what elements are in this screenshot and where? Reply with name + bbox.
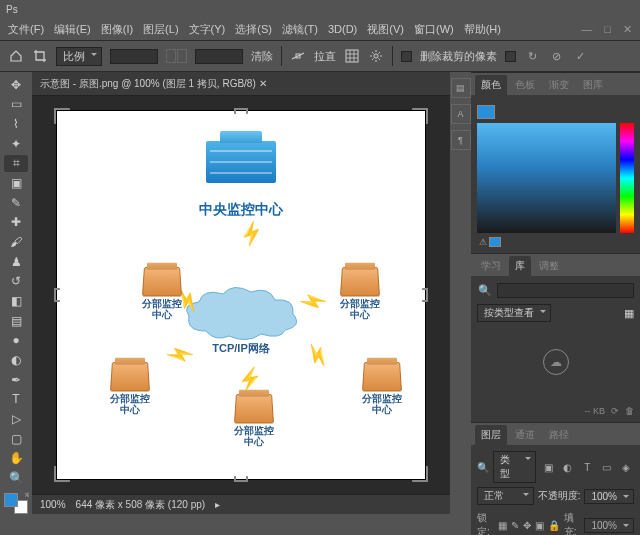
ratio-height-input[interactable] <box>195 49 243 64</box>
path-tool[interactable]: ▷ <box>4 410 28 428</box>
lasso-tool[interactable]: ⌇ <box>4 115 28 133</box>
tab-color[interactable]: 颜色 <box>475 75 507 95</box>
tab-gradient[interactable]: 渐变 <box>543 75 575 95</box>
hue-slider[interactable] <box>620 123 634 233</box>
crop-tool[interactable]: ⌗ <box>4 155 28 173</box>
straighten-icon[interactable] <box>290 48 306 64</box>
eyedropper-tool[interactable]: ✎ <box>4 194 28 212</box>
blur-tool[interactable]: ● <box>4 332 28 350</box>
menu-image[interactable]: 图像(I) <box>101 22 133 37</box>
delete-pixels-checkbox[interactable] <box>401 51 412 62</box>
history-brush-tool[interactable]: ↺ <box>4 273 28 291</box>
menu-file[interactable]: 文件(F) <box>8 22 44 37</box>
document-canvas[interactable]: 中央监控中心 TCP/IP网络 ⚡ ⚡ ⚡ ⚡ ⚡ ⚡ 分部监控 中心 分部监控… <box>56 110 426 480</box>
menu-type[interactable]: 文字(Y) <box>189 22 226 37</box>
library-search-input[interactable] <box>497 283 634 298</box>
commit-icon[interactable]: ✓ <box>572 48 588 64</box>
trash-icon[interactable]: 🗑 <box>625 406 634 416</box>
crop-handle[interactable] <box>234 476 248 482</box>
canvas-area[interactable]: 中央监控中心 TCP/IP网络 ⚡ ⚡ ⚡ ⚡ ⚡ ⚡ 分部监控 中心 分部监控… <box>32 96 450 494</box>
filter-image-icon[interactable]: ▣ <box>540 459 556 475</box>
lock-artboard-icon[interactable]: ▣ <box>535 520 544 531</box>
sync-icon[interactable]: ⟳ <box>611 406 619 416</box>
lock-position-icon[interactable]: ✥ <box>523 520 531 531</box>
foreground-color-swatch[interactable] <box>477 105 495 119</box>
crop-tool-icon[interactable] <box>32 48 48 64</box>
filter-adjust-icon[interactable]: ◐ <box>560 459 576 475</box>
cancel-icon[interactable]: ⊘ <box>548 48 564 64</box>
gradient-tool[interactable]: ▤ <box>4 312 28 330</box>
window-maximize-button[interactable]: □ <box>604 23 611 36</box>
stamp-tool[interactable]: ♟ <box>4 253 28 271</box>
gear-icon[interactable] <box>368 48 384 64</box>
filter-smart-icon[interactable]: ◈ <box>618 459 634 475</box>
zoom-tool[interactable]: 🔍 <box>4 469 28 487</box>
lock-transparent-icon[interactable]: ▦ <box>498 520 507 531</box>
window-minimize-button[interactable]: — <box>581 23 592 36</box>
tab-adjustments[interactable]: 调整 <box>533 256 565 276</box>
menu-3d[interactable]: 3D(D) <box>328 23 357 35</box>
frame-tool[interactable]: ▣ <box>4 174 28 192</box>
tab-libraries[interactable]: 库 <box>509 256 531 276</box>
properties-panel-icon[interactable]: A <box>451 104 471 124</box>
crop-handle[interactable] <box>54 288 60 302</box>
ratio-select[interactable]: 比例 <box>56 47 102 66</box>
home-icon[interactable] <box>8 48 24 64</box>
search-icon[interactable]: 🔍 <box>477 282 493 298</box>
document-tab[interactable]: 示意图 - 原图.png @ 100% (图层 1 拷贝, RGB/8) ✕ <box>32 72 450 96</box>
move-tool[interactable]: ✥ <box>4 76 28 94</box>
crop-handle[interactable] <box>54 108 70 124</box>
tab-learn[interactable]: 学习 <box>475 256 507 276</box>
brush-tool[interactable]: 🖌 <box>4 233 28 251</box>
character-panel-icon[interactable]: ¶ <box>451 130 471 150</box>
magic-wand-tool[interactable]: ✦ <box>4 135 28 153</box>
tab-layers[interactable]: 图层 <box>475 425 507 445</box>
lock-pixels-icon[interactable]: ✎ <box>511 520 519 531</box>
tab-channels[interactable]: 通道 <box>509 425 541 445</box>
history-panel-icon[interactable]: ▤ <box>451 78 471 98</box>
clear-button[interactable]: 清除 <box>251 49 273 64</box>
fill-input[interactable]: 100% <box>584 518 634 533</box>
menu-select[interactable]: 选择(S) <box>235 22 272 37</box>
crop-handle[interactable] <box>234 108 248 114</box>
menu-edit[interactable]: 编辑(E) <box>54 22 91 37</box>
tab-swatches[interactable]: 色板 <box>509 75 541 95</box>
ratio-width-input[interactable] <box>110 49 158 64</box>
marquee-tool[interactable]: ▭ <box>4 96 28 114</box>
crop-handle[interactable] <box>412 108 428 124</box>
menu-window[interactable]: 窗口(W) <box>414 22 454 37</box>
menu-view[interactable]: 视图(V) <box>367 22 404 37</box>
tab-paths[interactable]: 路径 <box>543 425 575 445</box>
color-picker-field[interactable] <box>477 123 616 233</box>
zoom-level[interactable]: 100% <box>40 499 66 510</box>
opacity-input[interactable]: 100% <box>584 489 634 504</box>
swap-dimensions-button[interactable] <box>166 49 187 63</box>
filter-type-icon[interactable]: T <box>579 459 595 475</box>
secondary-swatch[interactable] <box>489 237 501 247</box>
crop-handle[interactable] <box>54 466 70 482</box>
crop-handle[interactable] <box>422 288 428 302</box>
menu-help[interactable]: 帮助(H) <box>464 22 501 37</box>
hand-tool[interactable]: ✋ <box>4 449 28 467</box>
healing-tool[interactable]: ✚ <box>4 214 28 232</box>
color-swatches[interactable]: ⤭ <box>4 493 28 514</box>
type-tool[interactable]: T <box>4 391 28 409</box>
blend-mode-select[interactable]: 正常 <box>477 487 534 505</box>
eraser-tool[interactable]: ◧ <box>4 292 28 310</box>
window-close-button[interactable]: ✕ <box>623 23 632 36</box>
dodge-tool[interactable]: ◐ <box>4 351 28 369</box>
filter-shape-icon[interactable]: ▭ <box>599 459 615 475</box>
grid-view-icon[interactable]: ▦ <box>624 307 634 320</box>
lock-all-icon[interactable]: 🔒 <box>548 520 560 531</box>
menu-filter[interactable]: 滤镜(T) <box>282 22 318 37</box>
menu-layer[interactable]: 图层(L) <box>143 22 178 37</box>
shape-tool[interactable]: ▢ <box>4 430 28 448</box>
grid-overlay-icon[interactable] <box>344 48 360 64</box>
crop-handle[interactable] <box>412 466 428 482</box>
content-aware-checkbox[interactable] <box>505 51 516 62</box>
tab-patterns[interactable]: 图库 <box>577 75 609 95</box>
reset-icon[interactable]: ↻ <box>524 48 540 64</box>
pen-tool[interactable]: ✒ <box>4 371 28 389</box>
library-filter-select[interactable]: 按类型查看 <box>477 304 551 322</box>
layer-kind-select[interactable]: 类型 <box>493 451 536 483</box>
